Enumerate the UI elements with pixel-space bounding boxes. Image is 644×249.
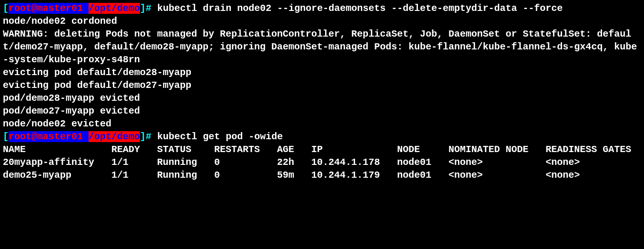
terminal-screen[interactable]: [root@master01 /opt/demo]# kubectl drain… [0,0,644,183]
prompt-line-2: [root@master01 /opt/demo]# kubectl get p… [3,131,283,142]
table-row: demo25-myapp 1/1 Running 0 59m 10.244.1.… [3,170,580,181]
output-line: node/node02 cordoned [3,16,117,27]
output-line: evicting pod default/demo28-myapp [3,67,191,78]
output-line: evicting pod default/demo27-myapp [3,80,191,91]
output-line: pod/demo27-myapp evicted [3,105,140,116]
prompt-bracket-open: [ [3,131,9,142]
table-header: NAME READY STATUS RESTARTS AGE IP NODE N… [3,144,631,155]
space [151,3,157,14]
prompt-bracket-close: ] [140,3,146,14]
prompt-bracket-close: ] [140,131,146,142]
space [151,131,157,142]
prompt-hash: # [146,3,151,14]
table-row: 20myapp-affinity 1/1 Running 0 22h 10.24… [3,157,580,168]
prompt-bracket-open: [ [3,3,9,14]
prompt-user: root@master01 [9,3,89,14]
prompt-path: /opt/demo [89,131,140,142]
prompt-hash: # [146,131,151,142]
output-line: WARNING: deleting Pods not managed by Re… [3,29,637,65]
command-2: kubectl get pod -owide [157,131,283,142]
prompt-line-1: [root@master01 /opt/demo]# kubectl drain… [3,3,563,14]
prompt-user: root@master01 [9,131,89,142]
output-line: pod/demo28-myapp evicted [3,93,140,104]
command-1: kubectl drain node02 --ignore-daemonsets… [157,3,563,14]
output-line: node/node02 evicted [3,118,111,129]
prompt-path: /opt/demo [89,3,140,14]
